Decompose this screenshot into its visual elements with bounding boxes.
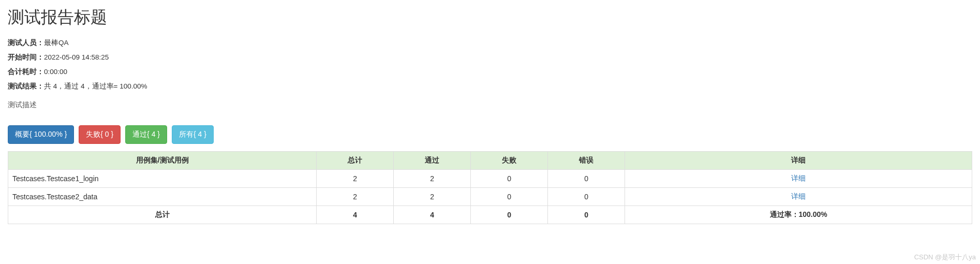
cell-total: 2 xyxy=(317,187,394,206)
cell-name: Testcases.Testcase1_login xyxy=(8,169,317,187)
cell-detail: 详细 xyxy=(625,169,972,187)
header-name: 用例集/测试用例 xyxy=(8,151,317,169)
header-fail: 失败 xyxy=(471,151,548,169)
results-table: 用例集/测试用例 总计 通过 失败 错误 详细 Testcases.Testca… xyxy=(8,151,972,224)
cell-total: 2 xyxy=(317,169,394,187)
meta-start: 开始时间：2022-05-09 14:58:25 xyxy=(8,53,972,62)
filter-button-row: 概要{ 100.00% } 失败{ 0 } 通过{ 4 } 所有{ 4 } xyxy=(8,125,972,144)
header-error: 错误 xyxy=(548,151,625,169)
report-title: 测试报告标题 xyxy=(8,6,972,29)
pass-button[interactable]: 通过{ 4 } xyxy=(125,125,167,144)
footer-fail: 0 xyxy=(471,206,548,224)
table-header-row: 用例集/测试用例 总计 通过 失败 错误 详细 xyxy=(8,151,972,169)
cell-name: Testcases.Testcase2_data xyxy=(8,187,317,206)
meta-start-label: 开始时间： xyxy=(8,53,44,61)
cell-fail: 0 xyxy=(471,169,548,187)
all-button[interactable]: 所有{ 4 } xyxy=(172,125,214,144)
cell-pass: 2 xyxy=(394,187,471,206)
cell-error: 0 xyxy=(548,169,625,187)
footer-rate: 通过率：100.00% xyxy=(625,206,972,224)
meta-tester-value: 最棒QA xyxy=(44,39,69,47)
footer-total: 4 xyxy=(317,206,394,224)
meta-duration-label: 合计耗时： xyxy=(8,68,44,76)
meta-result: 测试结果：共 4，通过 4，通过率= 100.00% xyxy=(8,82,972,91)
header-detail: 详细 xyxy=(625,151,972,169)
table-row: Testcases.Testcase2_data 2 2 0 0 详细 xyxy=(8,187,972,206)
cell-pass: 2 xyxy=(394,169,471,187)
footer-error: 0 xyxy=(548,206,625,224)
meta-start-value: 2022-05-09 14:58:25 xyxy=(44,53,109,61)
footer-pass: 4 xyxy=(394,206,471,224)
header-pass: 通过 xyxy=(394,151,471,169)
meta-result-label: 测试结果： xyxy=(8,82,44,90)
test-description: 测试描述 xyxy=(8,100,972,110)
cell-fail: 0 xyxy=(471,187,548,206)
meta-tester-label: 测试人员： xyxy=(8,39,44,47)
meta-duration: 合计耗时：0:00:00 xyxy=(8,67,972,77)
footer-label: 总计 xyxy=(8,206,317,224)
summary-button[interactable]: 概要{ 100.00% } xyxy=(8,125,74,144)
meta-tester: 测试人员：最棒QA xyxy=(8,38,972,48)
detail-link[interactable]: 详细 xyxy=(791,174,806,182)
header-total: 总计 xyxy=(317,151,394,169)
table-row: Testcases.Testcase1_login 2 2 0 0 详细 xyxy=(8,169,972,187)
detail-link[interactable]: 详细 xyxy=(791,192,806,200)
cell-error: 0 xyxy=(548,187,625,206)
fail-button[interactable]: 失败{ 0 } xyxy=(79,125,121,144)
cell-detail: 详细 xyxy=(625,187,972,206)
meta-result-value: 共 4，通过 4，通过率= 100.00% xyxy=(44,82,147,90)
table-footer-row: 总计 4 4 0 0 通过率：100.00% xyxy=(8,206,972,224)
meta-duration-value: 0:00:00 xyxy=(44,68,67,76)
